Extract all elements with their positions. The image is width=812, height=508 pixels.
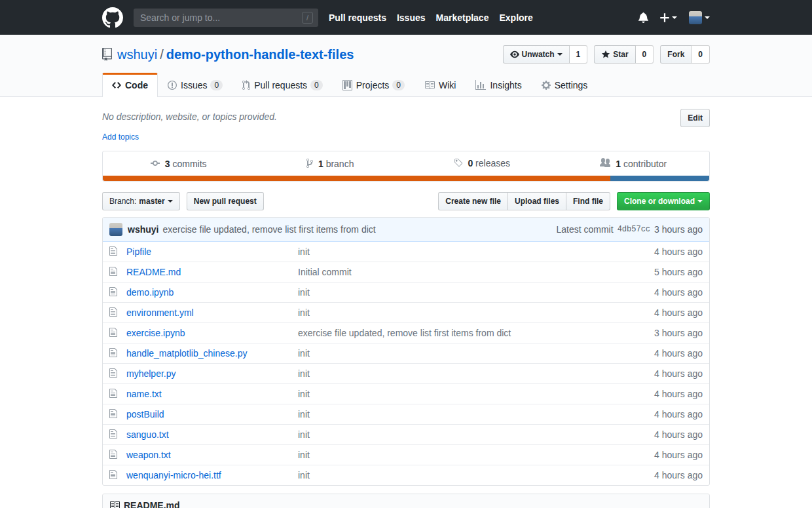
fork-button[interactable]: Fork [660,45,692,64]
file-name-link[interactable]: weapon.txt [126,450,171,460]
file-commit-message[interactable]: exercise file updated, remove list first… [298,328,511,338]
forks-count[interactable]: 0 [692,45,710,64]
file-commit-message[interactable]: init [298,368,310,379]
repo-title: wshuyi / demo-python-handle-text-files [102,47,354,62]
search-input[interactable] [139,12,302,24]
nav-issues[interactable]: Issues [397,12,426,23]
clone-or-download-button[interactable]: Clone or download [617,192,710,210]
file-icon [109,347,117,358]
repo-pagehead: wshuyi / demo-python-handle-text-files U… [0,35,812,97]
tab-code[interactable]: Code [102,73,158,97]
file-row: wenquanyi-micro-hei.ttf init 4 hours ago [103,465,709,485]
code-icon [112,80,121,90]
tab-wiki[interactable]: Wiki [415,73,466,97]
file-commit-message[interactable]: init [298,429,310,440]
file-name-link[interactable]: environment.yml [126,307,194,318]
find-file-button[interactable]: Find file [566,192,610,210]
unwatch-button[interactable]: Unwatch [503,45,570,64]
file-name-link[interactable]: demo.ipynb [126,287,174,298]
tab-pull-requests[interactable]: Pull requests 0 [232,73,333,97]
language-bar[interactable] [103,176,709,181]
file-row: demo.ipynb init 4 hours ago [103,282,709,302]
add-topics-link[interactable]: Add topics [102,132,139,142]
tab-insights[interactable]: Insights [466,73,531,97]
file-name-link[interactable]: sanguo.txt [126,429,169,440]
file-commit-message[interactable]: init [298,287,310,298]
project-icon [342,80,352,90]
file-name-link[interactable]: exercise.ipynb [126,328,185,338]
create-new-menu[interactable] [660,12,677,24]
star-button[interactable]: Star [594,45,635,64]
tab-issues[interactable]: Issues 0 [158,73,232,97]
file-name-link[interactable]: postBuild [126,409,164,420]
github-logo-icon[interactable] [102,7,123,28]
file-age: 4 hours ago [618,408,703,421]
nav-marketplace[interactable]: Marketplace [436,12,489,23]
caret-down-icon [672,16,677,22]
repo-tabs: Code Issues 0 Pull requests 0 Projects 0… [102,73,710,96]
file-name-link[interactable]: myhelper.py [126,368,175,379]
git-branch-icon [306,158,313,168]
gear-icon [542,80,551,90]
git-commit-icon [151,158,160,168]
file-age: 4 hours ago [618,286,703,299]
stargazers-count[interactable]: 0 [636,45,654,64]
file-name-link[interactable]: name.txt [126,389,162,399]
file-commit-message[interactable]: Initial commit [298,267,352,277]
repo-description: No description, website, or topics provi… [102,109,277,122]
branch-select-button[interactable]: Branch: master [102,192,180,210]
create-new-file-button[interactable]: Create new file [438,192,508,210]
eye-icon [510,50,519,59]
releases-link[interactable]: 0 releases [406,151,558,176]
tab-settings[interactable]: Settings [532,73,598,97]
file-commit-message[interactable]: init [298,348,310,359]
upload-files-button[interactable]: Upload files [508,192,566,210]
new-pull-request-button[interactable]: New pull request [187,192,264,210]
file-name-link[interactable]: Pipfile [126,246,151,257]
user-menu[interactable] [689,11,710,24]
commit-message-link[interactable]: exercise file updated, remove list first… [162,224,375,235]
caret-down-icon [705,16,710,22]
file-age: 4 hours ago [618,367,703,380]
branches-link[interactable]: 1 branch [255,151,407,176]
caret-down-icon [557,53,563,58]
site-header: / Pull requests Issues Marketplace Explo… [0,0,812,35]
file-commit-message[interactable]: init [298,409,310,420]
book-icon [424,80,435,90]
commits-link[interactable]: 3 commits [103,151,255,176]
contributors-link[interactable]: 1 contributor [558,151,710,176]
repo-summary-box: 3 commits 1 branch 0 releases 1 contribu… [102,151,710,182]
language-segment-jupyter [103,176,610,181]
nav-explore[interactable]: Explore [499,12,532,23]
file-name-link[interactable]: README.md [126,267,181,277]
file-name-link[interactable]: wenquanyi-micro-hei.ttf [126,470,221,480]
file-commit-message[interactable]: init [298,470,310,480]
file-commit-message[interactable]: init [298,246,310,257]
latest-commit-label: Latest commit [556,224,613,235]
file-commit-message[interactable]: init [298,450,310,460]
repo-owner-link[interactable]: wshuyi [117,47,157,62]
commit-author-avatar[interactable] [109,223,122,236]
repo-name-link[interactable]: demo-python-handle-text-files [166,47,354,62]
tab-projects[interactable]: Projects 0 [333,73,415,97]
file-commit-message[interactable]: init [298,389,310,399]
commit-sha-link[interactable]: 4db57cc [618,225,650,234]
file-table-body: Pipfile init 4 hours ago README.md Initi… [103,242,709,485]
graph-icon [475,80,486,90]
file-icon [109,246,117,256]
edit-description-button[interactable]: Edit [680,109,710,127]
commit-author-link[interactable]: wshuyi [128,224,158,235]
nav-pull-requests[interactable]: Pull requests [329,12,386,23]
bell-icon [638,12,648,23]
file-name-link[interactable]: handle_matplotlib_chinese.py [126,348,247,359]
file-icon [109,408,117,419]
file-row: README.md Initial commit 5 hours ago [103,262,709,282]
header-nav: Pull requests Issues Marketplace Explore [329,12,544,23]
notifications-button[interactable] [638,12,648,23]
file-commit-message[interactable]: init [298,307,310,318]
file-icon [109,266,117,277]
watchers-count[interactable]: 1 [570,45,588,64]
file-icon [109,327,117,338]
projects-counter: 0 [392,80,405,90]
file-row: exercise.ipynb exercise file updated, re… [103,322,709,343]
